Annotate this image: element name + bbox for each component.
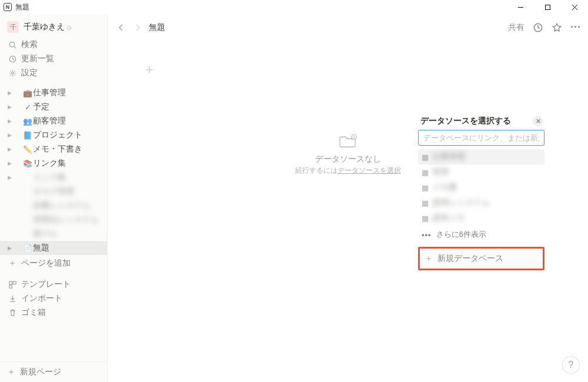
plus-icon: ＋ xyxy=(7,258,18,269)
sidebar-item-settings[interactable]: 設定 xyxy=(0,66,107,80)
page-label: 予定 xyxy=(33,102,49,112)
database-icon: ▦ xyxy=(422,168,432,177)
nav-forward-button[interactable] xyxy=(131,21,144,34)
workspace-switcher[interactable]: 千 千葉ゆきえ ◇ xyxy=(0,20,107,38)
svg-text:?: ? xyxy=(353,136,355,139)
sidebar-page-item[interactable]: ▶📘プロジェクト xyxy=(0,128,107,142)
gear-icon xyxy=(7,69,18,78)
suggestion-label: 請求レシステム xyxy=(432,197,490,208)
suggestion-label: メモ書 xyxy=(432,182,457,193)
user-name: 千葉ゆきえ xyxy=(24,22,65,32)
user-avatar: 千 xyxy=(7,21,19,33)
page-emoji-icon: 💼 xyxy=(22,89,33,98)
database-icon: ▦ xyxy=(422,199,432,207)
disclosure-triangle-icon[interactable]: ▶ xyxy=(5,118,14,124)
nav-back-button[interactable] xyxy=(115,21,128,34)
sidebar-new-page-button[interactable]: ＋ 新規ページ xyxy=(0,361,107,382)
clock-icon[interactable] xyxy=(533,22,543,33)
disclosure-triangle-icon[interactable]: ▶ xyxy=(5,104,14,110)
page-label: 無題 xyxy=(33,243,49,253)
suggestion-label: 請求メモ xyxy=(432,213,465,223)
page-label: 習慣化レシステム xyxy=(33,215,99,225)
disclosure-triangle-icon[interactable]: ▶ xyxy=(5,160,14,166)
page-emoji-icon: 📚 xyxy=(22,159,33,168)
share-button[interactable]: 共有 xyxy=(508,22,524,33)
page-label: リンク集 xyxy=(33,172,66,183)
disclosure-triangle-icon[interactable]: ▶ xyxy=(5,175,14,180)
datasource-suggestion[interactable]: ▦請求メモ xyxy=(418,210,544,226)
svg-rect-9 xyxy=(13,281,16,284)
close-button[interactable] xyxy=(561,0,588,14)
close-icon[interactable]: ✕ xyxy=(533,116,543,126)
sidebar-item-label: 新規ページ xyxy=(20,367,61,377)
database-icon: ▦ xyxy=(422,153,432,162)
datasource-suggestion[interactable]: ▦請求レシステム xyxy=(418,195,544,210)
page-emoji-icon: 📄 xyxy=(22,244,33,253)
import-icon xyxy=(7,294,18,303)
sidebar-item-label: インポート xyxy=(21,293,62,304)
sidebar-item-import[interactable]: インポート xyxy=(0,291,107,306)
page-label: 顧客管理 xyxy=(33,116,66,126)
add-block-button[interactable]: ＋ xyxy=(143,61,560,78)
breadcrumb[interactable]: 無題 xyxy=(149,22,165,33)
datasource-picker-popup: データソースを選択する ✕ ▦仕事管理▦管理▦メモ書▦請求レシステム▦請求メモ … xyxy=(418,116,544,270)
datasource-suggestion[interactable]: ▦メモ書 xyxy=(418,180,544,195)
sidebar-page-item[interactable]: ▶✏️メモ・下書き xyxy=(0,142,107,156)
new-database-button[interactable]: ＋ 新規データベース xyxy=(418,247,544,270)
sidebar-page-item[interactable]: ▶✓予定 xyxy=(0,100,107,114)
sidebar-page-item[interactable]: 読書レシステム xyxy=(0,199,107,213)
disclosure-triangle-icon[interactable]: ▶ xyxy=(5,146,14,152)
sidebar-page-item[interactable]: ▶リンク集 xyxy=(0,170,107,185)
empty-title: データソースなし xyxy=(295,154,401,165)
template-icon xyxy=(7,280,18,289)
datasource-search-input[interactable] xyxy=(418,130,544,146)
database-icon: ▦ xyxy=(422,214,432,223)
sidebar-item-label: 検索 xyxy=(21,39,38,50)
disclosure-triangle-icon[interactable]: ▶ xyxy=(5,245,14,251)
sidebar-page-item[interactable]: ▶📄無題 xyxy=(0,241,107,255)
page-emoji-icon: ✏️ xyxy=(22,145,33,154)
page-emoji-icon: 📘 xyxy=(22,131,33,140)
sidebar-page-item[interactable]: タスク管理 xyxy=(0,185,107,199)
star-icon[interactable] xyxy=(552,22,562,33)
minimize-button[interactable] xyxy=(507,0,534,14)
sidebar-page-item[interactable]: 習慣化レシステム xyxy=(0,213,107,227)
disclosure-triangle-icon[interactable]: ▶ xyxy=(5,90,14,96)
sidebar-item-templates[interactable]: テンプレート xyxy=(0,277,107,291)
suggestion-label: 管理 xyxy=(432,167,449,177)
database-icon: ▦ xyxy=(422,183,432,192)
disclosure-triangle-icon[interactable]: ▶ xyxy=(5,132,14,138)
plus-icon: ＋ xyxy=(425,253,433,264)
sidebar-item-label: ゴミ箱 xyxy=(21,307,46,318)
chevron-expand-icon: ◇ xyxy=(67,24,72,31)
show-more-button[interactable]: ••• さらに6件表示 xyxy=(418,226,544,243)
dots-icon: ••• xyxy=(422,230,432,239)
sidebar-item-label: テンプレート xyxy=(21,279,71,290)
show-more-label: さらに6件表示 xyxy=(436,229,486,240)
page-label: リンク集 xyxy=(33,158,66,169)
sidebar-page-item[interactable]: 画マル xyxy=(0,227,107,241)
page-label: 仕事管理 xyxy=(33,88,66,98)
search-icon xyxy=(7,41,18,49)
trash-icon xyxy=(7,309,18,317)
maximize-button[interactable] xyxy=(534,0,561,14)
svg-line-5 xyxy=(14,46,15,48)
sidebar-item-updates[interactable]: 更新一覧 xyxy=(0,52,107,66)
sidebar-item-trash[interactable]: ゴミ箱 xyxy=(0,306,107,320)
sidebar-page-item[interactable]: ▶📚リンク集 xyxy=(0,156,107,170)
sidebar-page-item[interactable]: ▶👥顧客管理 xyxy=(0,114,107,128)
svg-rect-1 xyxy=(545,5,550,9)
page-emoji-icon: ✓ xyxy=(22,103,33,112)
select-datasource-link[interactable]: データソースを選択 xyxy=(338,166,401,175)
datasource-suggestion[interactable]: ▦管理 xyxy=(418,165,544,180)
help-button[interactable]: ? xyxy=(562,356,580,374)
svg-rect-10 xyxy=(9,285,12,288)
sidebar-item-search[interactable]: 検索 xyxy=(0,38,107,52)
datasource-suggestion[interactable]: ▦仕事管理 xyxy=(418,149,544,165)
empty-state: ? データソースなし 続行するにはデータソースを選択 xyxy=(295,133,401,176)
sidebar-add-page[interactable]: ＋ ページを追加 xyxy=(0,256,107,270)
sidebar-item-label: 設定 xyxy=(21,68,38,78)
sidebar-page-item[interactable]: ▶💼仕事管理 xyxy=(0,86,107,100)
clock-icon xyxy=(7,55,18,63)
more-icon[interactable]: ··· xyxy=(570,21,581,33)
